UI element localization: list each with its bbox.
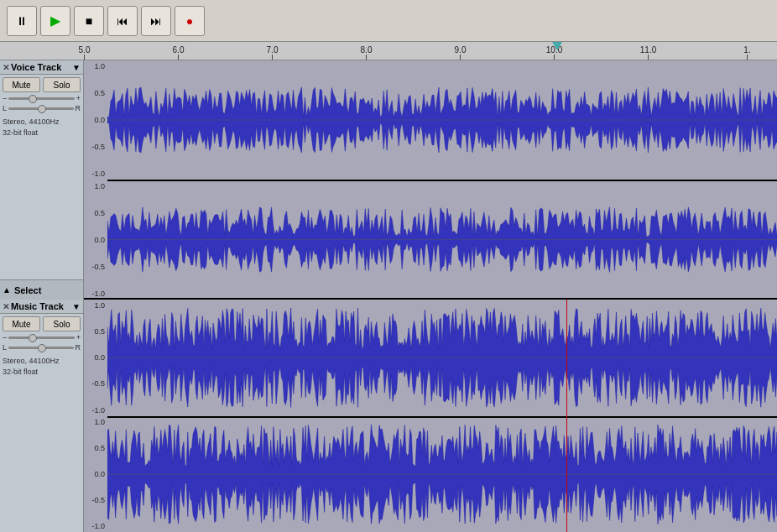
voice-mute-button[interactable]: Mute [3, 77, 40, 92]
music-pan-row: L R [3, 343, 81, 352]
playhead-triangle [552, 42, 562, 50]
music-mute-button[interactable]: Mute [3, 316, 40, 331]
music-waveform-area[interactable]: 1.00.50.0-0.5-1.0 1.00.50.0-0.5-1.0 [84, 300, 777, 532]
music-channel-divider [107, 416, 777, 418]
voice-gain-row: – + [3, 94, 81, 102]
voice-gain-thumb[interactable] [29, 95, 37, 103]
voice-track-header: ✕ Voice Track ▼ [0, 60, 83, 75]
music-pan-slider[interactable] [8, 347, 73, 349]
playhead-marker[interactable] [552, 42, 562, 50]
music-track-panel: ✕ Music Track ▼ Mute Solo – + L [0, 300, 84, 532]
music-gain-row: – + [3, 333, 81, 342]
music-ch1-waveform [107, 300, 777, 416]
play-button[interactable]: ▶ [40, 6, 70, 36]
pause-button[interactable]: ⏸ [7, 6, 37, 36]
main-area: ✕ Voice Track ▼ Mute Solo – + L [0, 60, 777, 532]
voice-gain-minus: – [3, 94, 7, 102]
music-track-controls: Mute Solo – + L R [0, 314, 83, 354]
voice-track-name: Voice Track [11, 62, 70, 72]
voice-track-panel: ✕ Voice Track ▼ Mute Solo – + L [0, 60, 84, 300]
music-ch1-y-axis: 1.00.50.0-0.5-1.0 [84, 300, 107, 416]
music-pan-l: L [3, 343, 7, 352]
voice-track-bottom-bar: ▲ Select [0, 279, 83, 300]
toolbar: ⏸ ▶ ■ ⏮ ⏭ ● [0, 0, 777, 42]
music-gain-minus: – [3, 333, 7, 342]
voice-pan-row: L R [3, 104, 81, 112]
music-pan-r: R [76, 343, 81, 352]
music-track-info: Stereo, 44100Hz 32-bit float [0, 354, 83, 378]
voice-ch2-y-axis: 1.00.50.0-0.5-1.0 [84, 180, 107, 300]
music-track-header: ✕ Music Track ▼ [0, 300, 83, 314]
voice-ch2-waveform [107, 180, 777, 299]
voice-channel-divider [107, 180, 777, 181]
voice-ch1-waveform [107, 60, 777, 180]
ruler-inner: 5.06.07.08.09.010.011.01. [84, 42, 777, 60]
music-track-close[interactable]: ✕ [3, 302, 9, 311]
voice-track-controls: Mute Solo – + L R [0, 75, 83, 115]
music-gain-plus: + [76, 333, 81, 342]
voice-pan-thumb[interactable] [38, 105, 46, 113]
voice-gain-slider[interactable] [8, 97, 75, 100]
skip-forward-button[interactable]: ⏭ [141, 6, 171, 36]
voice-ch1-y-axis: 1.00.50.0-0.5-1.0 [84, 60, 107, 180]
voice-track-close[interactable]: ✕ [3, 63, 9, 72]
record-button[interactable]: ● [175, 6, 205, 36]
music-mute-solo-row: Mute Solo [3, 316, 81, 331]
voice-mute-solo-row: Mute Solo [3, 77, 81, 92]
music-gain-slider[interactable] [8, 336, 75, 339]
voice-waveform-area[interactable]: 1.00.50.0-0.5-1.0 1.00.50.0-0.5-1.0 [84, 60, 777, 300]
voice-select-label[interactable]: Select [14, 285, 41, 295]
music-track-name: Music Track [11, 301, 70, 311]
music-gain-thumb[interactable] [29, 334, 37, 342]
music-track-arrow[interactable]: ▼ [72, 302, 81, 311]
music-ch2-waveform [107, 416, 777, 533]
voice-track-info: Stereo, 44100Hz 32-bit float [0, 115, 83, 139]
voice-gain-plus: + [76, 94, 81, 102]
skip-back-button[interactable]: ⏮ [107, 6, 138, 36]
tracks-area: 1.00.50.0-0.5-1.0 1.00.50.0-0.5-1.0 1.00… [84, 60, 777, 532]
music-solo-button[interactable]: Solo [43, 316, 81, 331]
voice-track-arrow[interactable]: ▼ [72, 63, 81, 72]
voice-pan-r: R [76, 104, 81, 112]
voice-pan-slider[interactable] [8, 107, 73, 110]
voice-pan-l: L [3, 104, 7, 112]
voice-solo-button[interactable]: Solo [43, 77, 81, 92]
stop-button[interactable]: ■ [74, 6, 104, 36]
music-ch2-y-axis: 1.00.50.0-0.5-1.0 [84, 416, 107, 533]
music-pan-thumb[interactable] [38, 344, 46, 352]
voice-collapse-btn[interactable]: ▲ [3, 285, 11, 295]
timeline-ruler[interactable]: 5.06.07.08.09.010.011.01. [0, 42, 777, 60]
